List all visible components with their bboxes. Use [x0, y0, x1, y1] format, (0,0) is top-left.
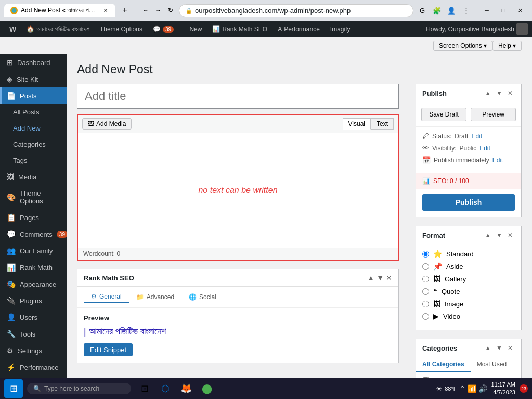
- all-categories-tab[interactable]: All Categories: [416, 357, 471, 372]
- rm-tab-advanced[interactable]: 📁 Advanced: [129, 291, 181, 303]
- format-gallery[interactable]: 🖼 Gallery: [422, 275, 515, 283]
- taskbar-task-view[interactable]: ⊡: [135, 379, 154, 398]
- site-name-menu[interactable]: 🏠 আমাদের পজিটিভ বাংলাদেশ: [21, 21, 95, 37]
- publish-up-button[interactable]: ▲: [483, 88, 493, 98]
- tab-close-button[interactable]: ✕: [102, 7, 109, 14]
- close-button[interactable]: ✕: [512, 5, 528, 16]
- sidebar-item-dashboard[interactable]: ⊞ Dashboard: [0, 54, 67, 71]
- format-gallery-radio[interactable]: [422, 276, 429, 282]
- publish-down-button[interactable]: ▼: [494, 88, 504, 98]
- browser-tab[interactable]: 🌐 Add New Post « আমাদের পজিটি... ✕: [4, 4, 115, 17]
- publish-close-button[interactable]: ✕: [505, 88, 515, 98]
- text-tab[interactable]: Text: [371, 118, 394, 130]
- format-image[interactable]: 🖼 Image: [422, 300, 515, 308]
- start-button[interactable]: ⊞: [4, 379, 23, 398]
- comments-menu[interactable]: 💬 39: [148, 21, 179, 37]
- sidebar-item-settings[interactable]: ⚙ Settings: [0, 342, 67, 359]
- sidebar-item-users[interactable]: 👤 Users: [0, 309, 67, 326]
- taskbar-clock[interactable]: 11:17 AM 4/7/2023: [491, 381, 515, 397]
- publish-button[interactable]: Publish: [422, 194, 515, 211]
- theme-options-menu[interactable]: Theme Options: [95, 21, 148, 37]
- format-quote-radio[interactable]: [422, 288, 429, 295]
- format-quote[interactable]: ❝ Quote: [422, 287, 515, 295]
- status-edit-link[interactable]: Edit: [471, 133, 482, 140]
- wifi-icon[interactable]: 📶: [468, 384, 476, 393]
- performance-menu[interactable]: A Performance: [273, 21, 325, 37]
- rank-math-menu[interactable]: 📊 Rank Math SEO: [207, 21, 273, 37]
- sidebar-item-site-kit[interactable]: ◈ Site Kit: [0, 71, 67, 87]
- format-up-button[interactable]: ▲: [483, 230, 493, 240]
- format-aside[interactable]: 📌 Aside: [422, 262, 515, 271]
- address-bar[interactable]: 🔒 ourpositivebangladesh.com/wp-admin/pos…: [179, 4, 413, 17]
- new-content-menu[interactable]: + New: [179, 21, 207, 37]
- speaker-icon[interactable]: 🔊: [478, 384, 487, 393]
- browser-menu-icon[interactable]: ⋮: [460, 5, 472, 16]
- post-title-input[interactable]: [77, 84, 399, 109]
- rank-math-close-button[interactable]: ✕: [386, 274, 392, 282]
- taskbar-firefox[interactable]: 🦊: [177, 379, 196, 398]
- sidebar-item-posts[interactable]: 📄 Posts: [0, 87, 67, 104]
- screen-options-label: Screen Options ▾: [439, 42, 487, 49]
- sidebar-item-tools[interactable]: 🔧 Tools: [0, 326, 67, 342]
- rank-math-down-button[interactable]: ▼: [377, 274, 384, 282]
- preview-title[interactable]: | আমাদের পজিটিভ বাংলাদেশ: [84, 326, 392, 337]
- screen-options-button[interactable]: Screen Options ▾: [433, 41, 492, 51]
- taskbar-search-box[interactable]: 🔍 Type here to search: [27, 383, 131, 394]
- sidebar-item-add-new[interactable]: Add New: [0, 120, 67, 136]
- rm-tab-general[interactable]: ⚙ General: [84, 291, 129, 303]
- sidebar-item-performance[interactable]: ⚡ Performance: [0, 359, 67, 376]
- format-close-button[interactable]: ✕: [505, 230, 515, 240]
- taskbar-chrome[interactable]: ⬤: [198, 379, 216, 398]
- format-standard-radio[interactable]: [422, 251, 429, 258]
- add-media-button[interactable]: 🖼 Add Media: [82, 118, 132, 130]
- minimize-button[interactable]: ─: [479, 5, 495, 16]
- sidebar-item-all-posts[interactable]: All Posts: [0, 104, 67, 120]
- sidebar-item-appearance[interactable]: 🎭 Appearance: [0, 276, 67, 292]
- help-button[interactable]: Help ▾: [492, 41, 522, 51]
- categories-up-button[interactable]: ▲: [483, 343, 493, 353]
- categories-close-button[interactable]: ✕: [505, 343, 515, 353]
- sidebar-item-pages[interactable]: 📋 Pages: [0, 209, 67, 226]
- wp-logo-menu[interactable]: W: [4, 21, 21, 37]
- format-video-radio[interactable]: [422, 313, 429, 320]
- preview-button[interactable]: Preview: [471, 108, 516, 121]
- imagify-menu[interactable]: Imagify: [325, 21, 356, 37]
- back-button[interactable]: ←: [140, 5, 151, 16]
- format-down-button[interactable]: ▼: [494, 230, 504, 240]
- sidebar-item-comments[interactable]: 💬 Comments 39: [0, 226, 67, 242]
- user-avatar[interactable]: [516, 23, 528, 35]
- format-video[interactable]: ▶ Video: [422, 312, 515, 320]
- search-icon: 🔍: [33, 385, 41, 392]
- sidebar-item-media[interactable]: 🖼 Media: [0, 169, 67, 185]
- visual-tab[interactable]: Visual: [343, 118, 371, 130]
- maximize-button[interactable]: □: [496, 5, 511, 16]
- new-tab-button[interactable]: +: [119, 4, 131, 17]
- extensions-icon[interactable]: 🧩: [431, 5, 443, 16]
- chevron-up-icon[interactable]: ⌃: [459, 384, 465, 393]
- format-standard[interactable]: ⭐ Standard: [422, 250, 515, 258]
- rank-math-up-button[interactable]: ▲: [367, 274, 374, 282]
- translate-icon[interactable]: G: [417, 5, 428, 16]
- most-used-tab[interactable]: Most Used: [471, 357, 513, 372]
- sidebar-item-rank-math[interactable]: 📊 Rank Math: [0, 259, 67, 276]
- forward-button[interactable]: →: [153, 5, 163, 16]
- rm-tab-social[interactable]: 🌐 Social: [181, 291, 224, 303]
- sidebar-item-plugins[interactable]: 🔌 Plugins: [0, 292, 67, 309]
- publish-time-edit-link[interactable]: Edit: [492, 157, 503, 164]
- categories-down-button[interactable]: ▼: [494, 343, 504, 353]
- save-draft-button[interactable]: Save Draft: [421, 108, 466, 121]
- sidebar-item-theme-options[interactable]: 🎨 Theme Options: [0, 185, 67, 209]
- format-aside-radio[interactable]: [422, 263, 429, 270]
- taskbar-edge[interactable]: ⬡: [156, 379, 175, 398]
- profile-icon[interactable]: 👤: [446, 5, 457, 16]
- visibility-edit-link[interactable]: Edit: [479, 145, 490, 152]
- sidebar-item-our-family[interactable]: 👥 Our Family: [0, 242, 67, 259]
- rank-math-header[interactable]: Rank Math SEO ▲ ▼ ✕: [77, 269, 398, 287]
- editor-body[interactable]: no text can be written: [78, 133, 398, 248]
- sidebar-item-tags[interactable]: Tags: [0, 152, 67, 169]
- edit-snippet-button[interactable]: Edit Snippet: [84, 343, 133, 356]
- refresh-button[interactable]: ↻: [165, 5, 176, 16]
- format-image-radio[interactable]: [422, 301, 429, 307]
- notification-badge[interactable]: 23: [520, 384, 528, 393]
- sidebar-item-categories[interactable]: Categories: [0, 136, 67, 152]
